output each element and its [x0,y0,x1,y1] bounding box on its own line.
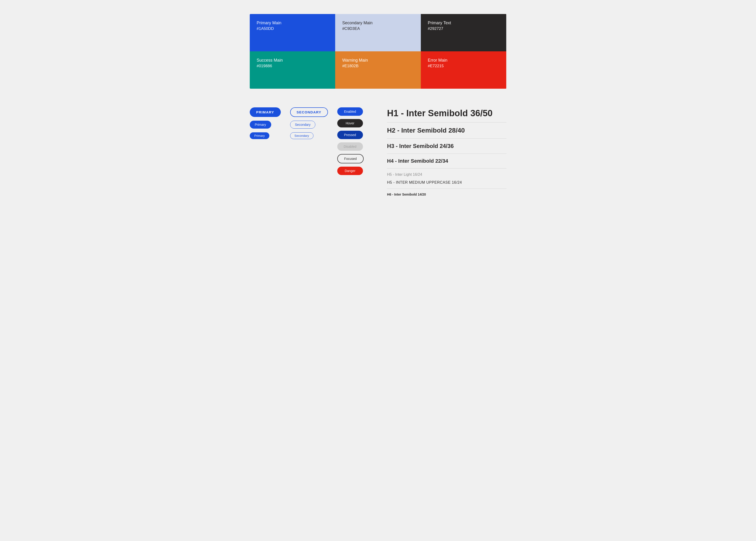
typography-h2: H2 - Inter Semibold 28/40 [387,126,506,135]
secondary-button-small[interactable]: Secondary [290,132,314,139]
typography-section: H1 - Inter Semibold 36/50 H2 - Inter Sem… [378,107,506,197]
button-state-hover[interactable]: Hover [337,119,363,128]
color-cell-secondary-main: Secondary Main #C9D3EA [335,14,421,51]
primary-button-large[interactable]: PRIMARY [250,107,281,117]
bottom-section: PRIMARY Primary Primary SECONDARY Second… [250,107,506,197]
color-hex-primary-main: #1A50DD [257,26,329,31]
typography-h4: H4 - Inter Semibold 22/34 [387,157,506,165]
color-hex-error-main: #E72215 [428,64,499,68]
color-name-secondary-main: Secondary Main [342,21,414,25]
button-state-enabled[interactable]: Enabled [337,107,363,116]
color-name-error-main: Error Main [428,58,499,63]
color-name-warning-main: Warning Main [342,58,414,63]
color-hex-secondary-main: #C9D3EA [342,26,414,31]
secondary-button-column: SECONDARY Secondary Secondary [290,107,328,139]
page-container: Primary Main #1A50DD Secondary Main #C9D… [250,14,506,197]
color-cell-primary-text: Primary Text #292727 [421,14,506,51]
color-cell-warning-main: Warning Main #E1802B [335,51,421,89]
state-button-column: Enabled Hover Pressed Disabled Focused D… [337,107,364,175]
color-hex-success-main: #019886 [257,64,329,68]
color-hex-warning-main: #E1802B [342,64,414,68]
typography-h6: H6 - Inter Semibold 14/20 [387,192,506,197]
typo-divider-3 [387,154,506,154]
primary-button-small[interactable]: Primary [250,132,270,139]
button-state-danger[interactable]: Danger [337,167,363,175]
typo-divider-2 [387,138,506,139]
typo-divider-4 [387,168,506,169]
color-name-primary-text: Primary Text [428,21,499,25]
typography-h5-light: H5 - Inter Light 16/24 [387,172,506,177]
primary-button-medium[interactable]: Primary [250,121,271,129]
typo-divider-1 [387,122,506,123]
secondary-button-large[interactable]: SECONDARY [290,107,328,117]
color-cell-primary-main: Primary Main #1A50DD [250,14,336,51]
button-state-disabled: Disabled [337,142,363,151]
color-hex-primary-text: #292727 [428,26,499,31]
button-state-focused[interactable]: Focused [337,154,364,163]
primary-button-column: PRIMARY Primary Primary [250,107,281,139]
typography-h1: H1 - Inter Semibold 36/50 [387,107,506,119]
button-groups: PRIMARY Primary Primary SECONDARY Second… [250,107,364,175]
color-palette-grid: Primary Main #1A50DD Secondary Main #C9D… [250,14,506,89]
typography-h3: H3 - Inter Semibold 24/36 [387,142,506,150]
color-name-success-main: Success Main [257,58,329,63]
typography-h5-uppercase: H5 - INTER MEDIUM UPPERCASE 16/24 [387,180,506,185]
color-cell-success-main: Success Main #019886 [250,51,336,89]
secondary-button-medium[interactable]: Secondary [290,121,316,129]
color-cell-error-main: Error Main #E72215 [421,51,506,89]
color-name-primary-main: Primary Main [257,21,329,25]
button-state-pressed[interactable]: Pressed [337,131,363,139]
typo-divider-5 [387,189,506,189]
